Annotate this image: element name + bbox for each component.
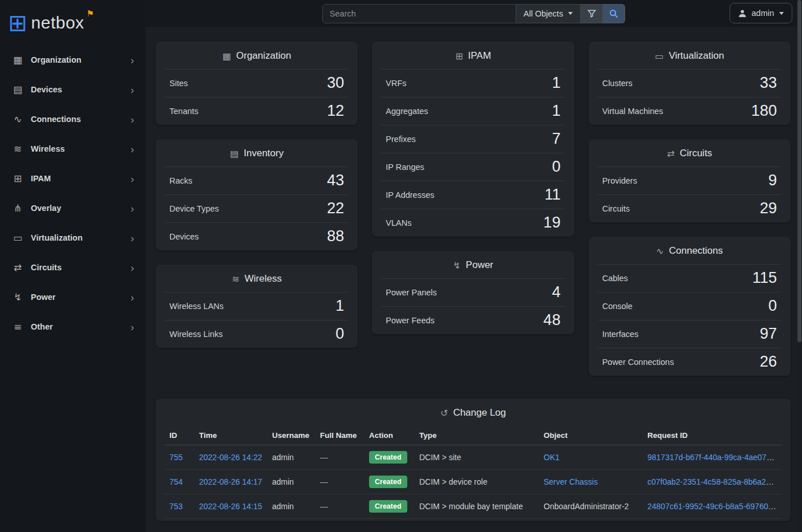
change-id-link[interactable]: 753: [169, 502, 183, 511]
card-title: Wireless: [245, 273, 282, 285]
chevron-right-icon: ›: [131, 262, 134, 273]
stat-row: IP Addresses 11: [381, 181, 565, 209]
sidebar: ⊞ netbox ⚑ ▦ Organization › ▤ Devices › …: [0, 0, 145, 532]
stat-value-link[interactable]: 1: [552, 75, 561, 92]
change-time-link[interactable]: 2022-08-26 14:15: [199, 502, 262, 511]
virtualization-card: ▭ Virtualization Clusters 33 Virtual Mac…: [589, 42, 791, 125]
search-input[interactable]: [322, 4, 516, 23]
sidebar-item-label: Connections: [31, 115, 81, 124]
sidebar-item-circuits[interactable]: ⇄ Circuits ›: [0, 253, 145, 282]
stat-value-link[interactable]: 4: [552, 284, 561, 301]
card-title: Virtualization: [669, 50, 724, 62]
change-type: DCIM > module bay template: [419, 502, 523, 511]
sidebar-item-wireless[interactable]: ≋ Wireless ›: [0, 134, 145, 164]
stat-value-link[interactable]: 30: [327, 75, 344, 92]
change-object-link[interactable]: OK1: [544, 453, 560, 462]
stat-value-link[interactable]: 43: [327, 172, 344, 189]
stat-value-link[interactable]: 1: [552, 103, 561, 120]
stat-value-link[interactable]: 12: [327, 103, 344, 120]
stat-value-link[interactable]: 26: [760, 354, 777, 371]
action-badge: Created: [369, 476, 407, 488]
sidebar-item-label: Other: [31, 322, 53, 331]
stat-label: IP Ranges: [386, 163, 424, 172]
card-header: ≋ Wireless: [165, 265, 349, 292]
stat-value-link[interactable]: 22: [327, 200, 344, 217]
inventory-card: ▤ Inventory Racks 43 Device Types 22 Dev…: [156, 139, 358, 250]
wireless-icon: ≋: [10, 143, 25, 155]
stat-value-link[interactable]: 1: [335, 298, 344, 315]
virtualization-icon: ▭: [10, 232, 25, 243]
sidebar-item-devices[interactable]: ▤ Devices ›: [0, 75, 145, 104]
search-button[interactable]: [603, 4, 625, 23]
change-type: DCIM > device role: [419, 477, 487, 486]
sidebar-item-ipam[interactable]: ⊞ IPAM ›: [0, 164, 145, 193]
change-id-link[interactable]: 754: [169, 477, 183, 486]
object-type-dropdown[interactable]: All Objects: [516, 4, 581, 23]
power-card: ↯ Power Power Panels 4 Power Feeds 48: [372, 251, 574, 334]
connections-icon: ∿: [10, 113, 25, 125]
change-id-link[interactable]: 755: [169, 453, 183, 462]
change-time-link[interactable]: 2022-08-26 14:22: [199, 453, 262, 462]
stat-row: IP Ranges 0: [381, 153, 565, 181]
sidebar-item-virtualization[interactable]: ▭ Virtualization ›: [0, 223, 145, 253]
stat-value-link[interactable]: 11: [545, 186, 561, 204]
stat-value-link[interactable]: 97: [760, 326, 777, 343]
stat-row: Console 0: [598, 292, 781, 320]
connections-card: ∿ Connections Cables 115 Console 0 Inter…: [589, 237, 791, 376]
stat-value-link[interactable]: 29: [760, 200, 777, 217]
change-time-link[interactable]: 2022-08-26 14:17: [199, 477, 262, 486]
sidebar-item-power[interactable]: ↯ Power ›: [0, 282, 145, 312]
changelog-card: ↺ Change Log ID Time Username Full Name …: [156, 399, 791, 521]
user-icon: [738, 9, 747, 18]
sidebar-item-connections[interactable]: ∿ Connections ›: [0, 104, 145, 134]
chevron-right-icon: ›: [131, 55, 134, 66]
stat-value-link[interactable]: 48: [544, 312, 561, 329]
power-icon: ↯: [453, 260, 460, 271]
stat-value-link[interactable]: 0: [768, 298, 777, 315]
card-title: Power: [466, 259, 493, 271]
circuits-card: ⇄ Circuits Providers 9 Circuits 29: [589, 139, 791, 222]
filter-button[interactable]: [581, 4, 603, 23]
sidebar-item-label: IPAM: [31, 174, 51, 183]
stat-value-link[interactable]: 88: [327, 228, 344, 245]
filter-icon: [588, 9, 596, 18]
change-object-link[interactable]: Server Chassis: [544, 477, 598, 486]
card-title: Change Log: [453, 407, 506, 419]
stat-value-link[interactable]: 115: [752, 270, 777, 287]
sidebar-item-overlay[interactable]: ⋔ Overlay ›: [0, 193, 145, 223]
sidebar-item-label: Circuits: [31, 263, 62, 272]
scrollbar-thumb[interactable]: [797, 0, 801, 342]
ipam-icon: ⊞: [10, 173, 25, 184]
stat-label: Wireless LANs: [169, 302, 224, 311]
sidebar-item-organization[interactable]: ▦ Organization ›: [0, 45, 145, 75]
change-fullname: —: [320, 477, 328, 486]
user-menu-button[interactable]: admin: [730, 3, 793, 23]
stat-value-link[interactable]: 0: [335, 326, 344, 343]
request-id-link[interactable]: 24807c61-9952-49c6-b8a5-69760bfcc4b3: [647, 502, 781, 511]
connections-icon: ∿: [656, 246, 663, 257]
stat-value-link[interactable]: 9: [768, 172, 777, 189]
request-id-link[interactable]: c07f0ab2-2351-4c58-825a-8b6a2425a1ab: [647, 477, 781, 486]
netbox-logo-text: netbox: [31, 13, 84, 33]
stat-label: Virtual Machines: [602, 107, 663, 116]
stat-value-link[interactable]: 33: [760, 75, 777, 92]
power-icon: ↯: [10, 291, 25, 303]
circuits-icon: ⇄: [667, 148, 674, 159]
stat-row: Devices 88: [165, 222, 349, 250]
stat-label: Racks: [169, 176, 192, 185]
stat-row: Tenants 12: [165, 97, 349, 125]
stat-value-link[interactable]: 19: [544, 214, 561, 232]
netbox-logo[interactable]: ⊞ netbox ⚑: [0, 0, 145, 45]
page-scrollbar[interactable]: [797, 0, 802, 532]
stat-row: Sites 30: [165, 69, 349, 97]
stat-row: Wireless LANs 1: [165, 292, 349, 320]
stat-value-link[interactable]: 180: [751, 103, 777, 120]
stat-row: Power Connections 26: [598, 348, 781, 376]
stat-value-link[interactable]: 7: [552, 131, 561, 148]
sidebar-item-other[interactable]: ≡ Other ›: [0, 312, 145, 342]
stat-row: Aggregates 1: [381, 97, 565, 125]
request-id-link[interactable]: 9817317d-b67f-440a-99ca-4ae07ede94df: [647, 453, 781, 462]
stat-value-link[interactable]: 0: [552, 159, 561, 176]
stat-label: Sites: [169, 79, 188, 88]
chevron-right-icon: ›: [131, 173, 134, 184]
